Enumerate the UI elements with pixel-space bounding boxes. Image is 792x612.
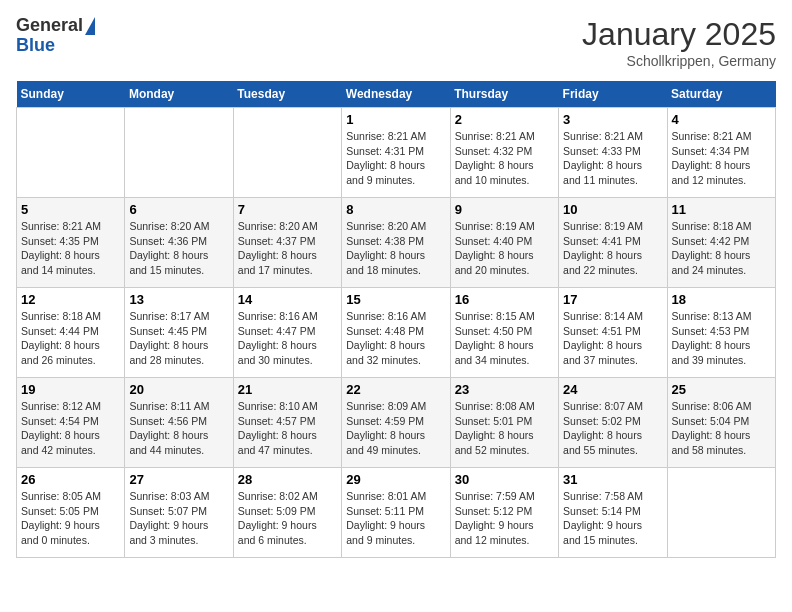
day-info: Sunrise: 8:16 AM Sunset: 4:47 PM Dayligh… <box>238 309 337 368</box>
day-info: Sunrise: 8:19 AM Sunset: 4:41 PM Dayligh… <box>563 219 662 278</box>
calendar-cell: 8Sunrise: 8:20 AM Sunset: 4:38 PM Daylig… <box>342 198 450 288</box>
day-number: 17 <box>563 292 662 307</box>
day-number: 5 <box>21 202 120 217</box>
day-info: Sunrise: 8:08 AM Sunset: 5:01 PM Dayligh… <box>455 399 554 458</box>
day-info: Sunrise: 8:21 AM Sunset: 4:33 PM Dayligh… <box>563 129 662 188</box>
day-header-monday: Monday <box>125 81 233 108</box>
day-info: Sunrise: 8:20 AM Sunset: 4:38 PM Dayligh… <box>346 219 445 278</box>
calendar-cell: 27Sunrise: 8:03 AM Sunset: 5:07 PM Dayli… <box>125 468 233 558</box>
day-info: Sunrise: 8:19 AM Sunset: 4:40 PM Dayligh… <box>455 219 554 278</box>
day-number: 16 <box>455 292 554 307</box>
day-info: Sunrise: 8:21 AM Sunset: 4:35 PM Dayligh… <box>21 219 120 278</box>
calendar-cell: 10Sunrise: 8:19 AM Sunset: 4:41 PM Dayli… <box>559 198 667 288</box>
day-number: 20 <box>129 382 228 397</box>
calendar-cell: 14Sunrise: 8:16 AM Sunset: 4:47 PM Dayli… <box>233 288 341 378</box>
day-info: Sunrise: 8:10 AM Sunset: 4:57 PM Dayligh… <box>238 399 337 458</box>
calendar-cell: 26Sunrise: 8:05 AM Sunset: 5:05 PM Dayli… <box>17 468 125 558</box>
day-number: 21 <box>238 382 337 397</box>
calendar-cell: 31Sunrise: 7:58 AM Sunset: 5:14 PM Dayli… <box>559 468 667 558</box>
day-header-sunday: Sunday <box>17 81 125 108</box>
logo-general: General <box>16 16 83 36</box>
calendar-cell: 29Sunrise: 8:01 AM Sunset: 5:11 PM Dayli… <box>342 468 450 558</box>
day-number: 28 <box>238 472 337 487</box>
day-header-wednesday: Wednesday <box>342 81 450 108</box>
calendar-cell: 22Sunrise: 8:09 AM Sunset: 4:59 PM Dayli… <box>342 378 450 468</box>
calendar-cell: 2Sunrise: 8:21 AM Sunset: 4:32 PM Daylig… <box>450 108 558 198</box>
day-number: 29 <box>346 472 445 487</box>
calendar-cell: 23Sunrise: 8:08 AM Sunset: 5:01 PM Dayli… <box>450 378 558 468</box>
day-info: Sunrise: 8:05 AM Sunset: 5:05 PM Dayligh… <box>21 489 120 548</box>
day-info: Sunrise: 8:21 AM Sunset: 4:31 PM Dayligh… <box>346 129 445 188</box>
day-info: Sunrise: 8:13 AM Sunset: 4:53 PM Dayligh… <box>672 309 771 368</box>
month-title: January 2025 <box>582 16 776 53</box>
calendar-cell: 6Sunrise: 8:20 AM Sunset: 4:36 PM Daylig… <box>125 198 233 288</box>
calendar-cell: 16Sunrise: 8:15 AM Sunset: 4:50 PM Dayli… <box>450 288 558 378</box>
day-number: 4 <box>672 112 771 127</box>
logo: General Blue <box>16 16 95 56</box>
calendar-cell <box>17 108 125 198</box>
calendar-cell: 28Sunrise: 8:02 AM Sunset: 5:09 PM Dayli… <box>233 468 341 558</box>
calendar-cell <box>233 108 341 198</box>
day-number: 23 <box>455 382 554 397</box>
calendar-cell: 11Sunrise: 8:18 AM Sunset: 4:42 PM Dayli… <box>667 198 775 288</box>
day-number: 27 <box>129 472 228 487</box>
day-info: Sunrise: 8:02 AM Sunset: 5:09 PM Dayligh… <box>238 489 337 548</box>
day-info: Sunrise: 8:11 AM Sunset: 4:56 PM Dayligh… <box>129 399 228 458</box>
day-info: Sunrise: 8:03 AM Sunset: 5:07 PM Dayligh… <box>129 489 228 548</box>
day-number: 25 <box>672 382 771 397</box>
location-subtitle: Schollkrippen, Germany <box>582 53 776 69</box>
day-number: 7 <box>238 202 337 217</box>
calendar-cell: 15Sunrise: 8:16 AM Sunset: 4:48 PM Dayli… <box>342 288 450 378</box>
day-info: Sunrise: 7:59 AM Sunset: 5:12 PM Dayligh… <box>455 489 554 548</box>
day-header-friday: Friday <box>559 81 667 108</box>
logo-blue: Blue <box>16 36 55 56</box>
day-info: Sunrise: 8:17 AM Sunset: 4:45 PM Dayligh… <box>129 309 228 368</box>
calendar-cell: 1Sunrise: 8:21 AM Sunset: 4:31 PM Daylig… <box>342 108 450 198</box>
day-info: Sunrise: 8:21 AM Sunset: 4:32 PM Dayligh… <box>455 129 554 188</box>
day-info: Sunrise: 8:01 AM Sunset: 5:11 PM Dayligh… <box>346 489 445 548</box>
day-header-saturday: Saturday <box>667 81 775 108</box>
day-number: 13 <box>129 292 228 307</box>
day-number: 26 <box>21 472 120 487</box>
day-number: 9 <box>455 202 554 217</box>
day-number: 30 <box>455 472 554 487</box>
calendar-cell: 25Sunrise: 8:06 AM Sunset: 5:04 PM Dayli… <box>667 378 775 468</box>
day-number: 22 <box>346 382 445 397</box>
calendar-cell: 3Sunrise: 8:21 AM Sunset: 4:33 PM Daylig… <box>559 108 667 198</box>
day-number: 11 <box>672 202 771 217</box>
day-number: 12 <box>21 292 120 307</box>
calendar-cell <box>125 108 233 198</box>
calendar-table: SundayMondayTuesdayWednesdayThursdayFrid… <box>16 81 776 558</box>
calendar-cell: 9Sunrise: 8:19 AM Sunset: 4:40 PM Daylig… <box>450 198 558 288</box>
page-header: General Blue January 2025 Schollkrippen,… <box>16 16 776 69</box>
day-number: 6 <box>129 202 228 217</box>
day-info: Sunrise: 8:21 AM Sunset: 4:34 PM Dayligh… <box>672 129 771 188</box>
calendar-cell: 13Sunrise: 8:17 AM Sunset: 4:45 PM Dayli… <box>125 288 233 378</box>
day-info: Sunrise: 8:16 AM Sunset: 4:48 PM Dayligh… <box>346 309 445 368</box>
day-header-thursday: Thursday <box>450 81 558 108</box>
calendar-cell: 7Sunrise: 8:20 AM Sunset: 4:37 PM Daylig… <box>233 198 341 288</box>
calendar-cell: 4Sunrise: 8:21 AM Sunset: 4:34 PM Daylig… <box>667 108 775 198</box>
calendar-cell: 18Sunrise: 8:13 AM Sunset: 4:53 PM Dayli… <box>667 288 775 378</box>
day-number: 15 <box>346 292 445 307</box>
day-info: Sunrise: 8:12 AM Sunset: 4:54 PM Dayligh… <box>21 399 120 458</box>
day-header-tuesday: Tuesday <box>233 81 341 108</box>
logo-triangle-icon <box>85 17 95 35</box>
title-block: January 2025 Schollkrippen, Germany <box>582 16 776 69</box>
day-number: 2 <box>455 112 554 127</box>
day-number: 8 <box>346 202 445 217</box>
calendar-cell: 12Sunrise: 8:18 AM Sunset: 4:44 PM Dayli… <box>17 288 125 378</box>
day-number: 18 <box>672 292 771 307</box>
day-info: Sunrise: 7:58 AM Sunset: 5:14 PM Dayligh… <box>563 489 662 548</box>
day-info: Sunrise: 8:14 AM Sunset: 4:51 PM Dayligh… <box>563 309 662 368</box>
day-info: Sunrise: 8:09 AM Sunset: 4:59 PM Dayligh… <box>346 399 445 458</box>
day-info: Sunrise: 8:20 AM Sunset: 4:37 PM Dayligh… <box>238 219 337 278</box>
day-number: 24 <box>563 382 662 397</box>
day-number: 14 <box>238 292 337 307</box>
day-info: Sunrise: 8:18 AM Sunset: 4:42 PM Dayligh… <box>672 219 771 278</box>
day-number: 31 <box>563 472 662 487</box>
day-number: 1 <box>346 112 445 127</box>
calendar-cell: 5Sunrise: 8:21 AM Sunset: 4:35 PM Daylig… <box>17 198 125 288</box>
day-number: 3 <box>563 112 662 127</box>
calendar-cell: 21Sunrise: 8:10 AM Sunset: 4:57 PM Dayli… <box>233 378 341 468</box>
